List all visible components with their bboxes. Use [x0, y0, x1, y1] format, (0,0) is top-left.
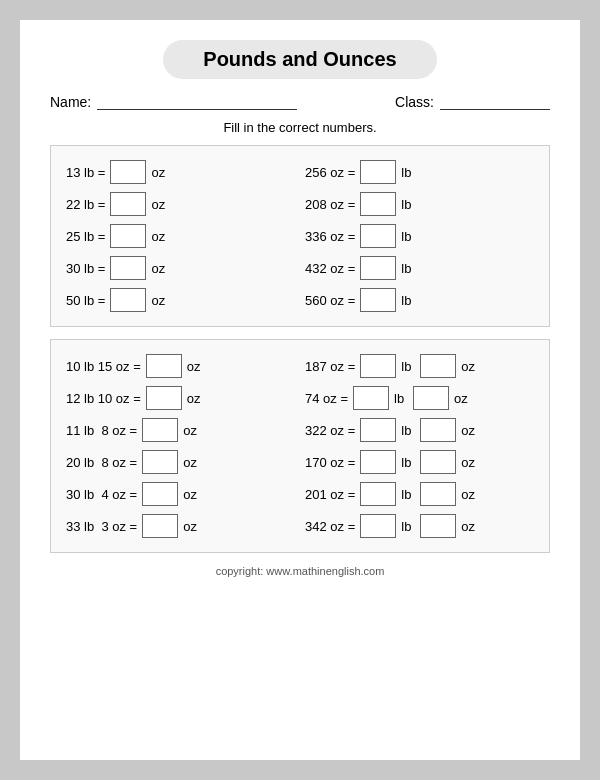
- problem-row: 30 lb 4 oz = oz: [66, 478, 295, 510]
- answer-box[interactable]: [420, 514, 456, 538]
- problem-row: 201 oz = lb oz: [305, 478, 534, 510]
- name-field-row: Name:: [50, 93, 297, 110]
- problem-text: 322 oz =: [305, 423, 355, 438]
- problem-text: 30 lb 4 oz =: [66, 487, 137, 502]
- problem-row: 187 oz = lb oz: [305, 350, 534, 382]
- worksheet-page: Pounds and Ounces Name: Class: Fill in t…: [20, 20, 580, 760]
- problem-text: 342 oz =: [305, 519, 355, 534]
- class-underline: [440, 93, 550, 110]
- unit-label: oz: [187, 359, 201, 374]
- answer-box[interactable]: [142, 418, 178, 442]
- answer-box[interactable]: [360, 160, 396, 184]
- answer-box[interactable]: [413, 386, 449, 410]
- answer-box[interactable]: [360, 482, 396, 506]
- unit-label: oz: [151, 165, 165, 180]
- answer-box[interactable]: [142, 482, 178, 506]
- problem-text: 25 lb =: [66, 229, 105, 244]
- problem-text: 201 oz =: [305, 487, 355, 502]
- problem-row: 13 lb = oz: [66, 156, 295, 188]
- answer-box[interactable]: [110, 160, 146, 184]
- problem-text: 11 lb 8 oz =: [66, 423, 137, 438]
- section1-left: 13 lb = oz 22 lb = oz 25 lb = oz 30 lb =: [66, 156, 295, 316]
- problem-row: 208 oz = lb: [305, 188, 534, 220]
- answer-box[interactable]: [360, 224, 396, 248]
- problem-text: 10 lb 15 oz =: [66, 359, 141, 374]
- unit-label: oz: [461, 519, 475, 534]
- section2-grid: 10 lb 15 oz = oz 12 lb 10 oz = oz 11 lb …: [66, 350, 534, 542]
- answer-box[interactable]: [360, 450, 396, 474]
- unit-label: lb: [401, 519, 415, 534]
- answer-box[interactable]: [360, 288, 396, 312]
- answer-box[interactable]: [110, 224, 146, 248]
- unit-label: lb: [401, 197, 415, 212]
- unit-label: oz: [461, 455, 475, 470]
- problem-text: 12 lb 10 oz =: [66, 391, 141, 406]
- section1-right: 256 oz = lb 208 oz = lb 336 oz = lb 432 …: [305, 156, 534, 316]
- problem-text: 13 lb =: [66, 165, 105, 180]
- name-class-row: Name: Class:: [50, 93, 550, 110]
- problem-text: 20 lb 8 oz =: [66, 455, 137, 470]
- answer-box[interactable]: [142, 514, 178, 538]
- problem-text: 22 lb =: [66, 197, 105, 212]
- problem-row: 560 oz = lb: [305, 284, 534, 316]
- problem-row: 432 oz = lb: [305, 252, 534, 284]
- problem-row: 33 lb 3 oz = oz: [66, 510, 295, 542]
- problem-row: 170 oz = lb oz: [305, 446, 534, 478]
- problem-row: 256 oz = lb: [305, 156, 534, 188]
- problem-text: 336 oz =: [305, 229, 355, 244]
- title-wrapper: Pounds and Ounces: [50, 40, 550, 79]
- answer-box[interactable]: [142, 450, 178, 474]
- problem-text: 170 oz =: [305, 455, 355, 470]
- problem-row: 11 lb 8 oz = oz: [66, 414, 295, 446]
- answer-box[interactable]: [360, 514, 396, 538]
- problem-text: 74 oz =: [305, 391, 348, 406]
- problem-text: 30 lb =: [66, 261, 105, 276]
- answer-box[interactable]: [420, 418, 456, 442]
- answer-box[interactable]: [110, 256, 146, 280]
- unit-label: lb: [401, 455, 415, 470]
- problem-row: 30 lb = oz: [66, 252, 295, 284]
- answer-box[interactable]: [420, 354, 456, 378]
- unit-label: oz: [461, 423, 475, 438]
- unit-label: oz: [461, 359, 475, 374]
- problem-row: 10 lb 15 oz = oz: [66, 350, 295, 382]
- answer-box[interactable]: [360, 354, 396, 378]
- unit-label: lb: [401, 165, 415, 180]
- unit-label: lb: [394, 391, 408, 406]
- name-underline: [97, 93, 297, 110]
- answer-box[interactable]: [360, 256, 396, 280]
- answer-box[interactable]: [360, 418, 396, 442]
- section-2: 10 lb 15 oz = oz 12 lb 10 oz = oz 11 lb …: [50, 339, 550, 553]
- unit-label: oz: [454, 391, 468, 406]
- problem-row: 50 lb = oz: [66, 284, 295, 316]
- section1-grid: 13 lb = oz 22 lb = oz 25 lb = oz 30 lb =: [66, 156, 534, 316]
- unit-label: lb: [401, 229, 415, 244]
- section-1: 13 lb = oz 22 lb = oz 25 lb = oz 30 lb =: [50, 145, 550, 327]
- answer-box[interactable]: [110, 288, 146, 312]
- unit-label: oz: [187, 391, 201, 406]
- unit-label: oz: [151, 197, 165, 212]
- answer-box[interactable]: [110, 192, 146, 216]
- answer-box[interactable]: [146, 386, 182, 410]
- unit-label: lb: [401, 359, 415, 374]
- unit-label: lb: [401, 487, 415, 502]
- problem-row: 342 oz = lb oz: [305, 510, 534, 542]
- problem-row: 74 oz = lb oz: [305, 382, 534, 414]
- unit-label: oz: [183, 487, 197, 502]
- problem-text: 560 oz =: [305, 293, 355, 308]
- problem-row: 20 lb 8 oz = oz: [66, 446, 295, 478]
- answer-box[interactable]: [360, 192, 396, 216]
- answer-box[interactable]: [420, 482, 456, 506]
- answer-box[interactable]: [353, 386, 389, 410]
- unit-label: oz: [183, 519, 197, 534]
- unit-label: oz: [151, 229, 165, 244]
- answer-box[interactable]: [420, 450, 456, 474]
- unit-label: oz: [183, 455, 197, 470]
- answer-box[interactable]: [146, 354, 182, 378]
- problem-row: 336 oz = lb: [305, 220, 534, 252]
- problem-row: 12 lb 10 oz = oz: [66, 382, 295, 414]
- unit-label: oz: [151, 261, 165, 276]
- problem-row: 25 lb = oz: [66, 220, 295, 252]
- problem-text: 187 oz =: [305, 359, 355, 374]
- problem-text: 50 lb =: [66, 293, 105, 308]
